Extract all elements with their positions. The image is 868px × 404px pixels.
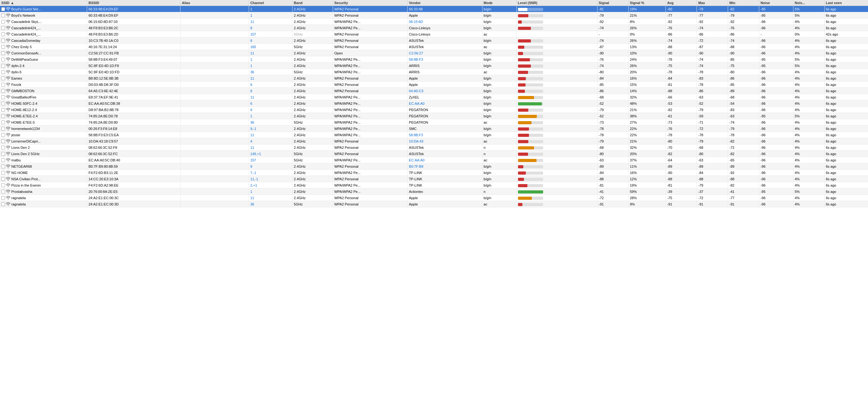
row-checkbox[interactable] [1,120,5,124]
row-checkbox[interactable] [1,114,5,118]
table-row[interactable]: dylin-5 5C:8F:E0:4D:1D:FD365GHzWPA/WPA2 … [0,69,868,75]
row-checkbox[interactable] [1,64,5,68]
col-header-avg[interactable]: Avg [666,0,697,6]
row-checkbox[interactable] [1,32,5,36]
cell-security: WPA/WPA2 Pe... [333,100,407,107]
table-row[interactable]: homenetwork1234 00:26:F3:F8:14:E89,-12.4… [0,125,868,132]
row-checkbox[interactable] [1,95,5,99]
table-row[interactable]: Eames B8:8D:12:5E:8B:3B112.4GHzWPA2 Pers… [0,75,868,82]
table-row[interactable]: GMMBOSTON 64:A5:C3:6E:42:4E62.4GHzWPA2 P… [0,88,868,94]
col-header-signalpct[interactable]: Signal % [628,0,666,6]
table-row[interactable]: NETGEAR68 B0:7F:B9:80:8B:5992.4GHzWPA2 P… [0,163,868,170]
row-checkbox[interactable] [1,202,5,206]
row-checkbox[interactable] [1,171,5,175]
row-checkbox[interactable] [1,39,5,42]
cell-alias [181,75,249,82]
cell-level [517,69,597,75]
col-header-channel[interactable]: Channel [249,0,292,6]
cell-noisepct: 4% [793,170,824,176]
row-checkbox[interactable] [1,108,5,112]
table-row[interactable]: Boyd's Guest Net... 66:33:4B:E4:D9:EF12.… [0,6,868,12]
row-checkbox[interactable] [1,83,5,87]
cell-alias [181,19,249,25]
row-checkbox[interactable] [1,165,5,168]
cell-signalpct: 48% [628,100,666,107]
table-row[interactable]: Pizza in the Evenin F4:F2:6D:A2:98:EE2,+… [0,182,868,189]
row-checkbox[interactable] [1,20,5,24]
table-row[interactable]: HOME-E7EE-2.4 74:85:2A:8E:D0:7812.4GHzWP… [0,113,868,119]
row-checkbox[interactable] [1,13,5,17]
table-row[interactable]: LernernerDiCapri... 10:DA:43:18:C9:5742.… [0,138,868,144]
signal-bar [518,153,543,156]
table-row[interactable]: ragnatela 24:A2:E1:EC:00:3C112.4GHzWPA2 … [0,195,868,201]
table-row[interactable]: Boyd's Network 60:33:4B:E4:D9:EF12.4GHzW… [0,12,868,19]
row-checkbox[interactable] [1,58,5,61]
cell-avg: -81 [666,182,697,189]
row-checkbox[interactable] [1,177,5,181]
cell-max: -72 [697,125,728,132]
row-checkbox[interactable] [1,158,5,162]
channel-value: 6 [250,83,252,87]
signal-bar-fill [518,14,529,17]
col-header-band[interactable]: Band [292,0,333,6]
row-checkbox[interactable] [1,146,5,149]
row-checkbox[interactable] [1,139,5,143]
cell-max: -59 [697,113,728,119]
col-header-min[interactable]: Min [728,0,759,6]
cell-level [517,56,597,63]
cell-alias [181,132,249,138]
table-row[interactable]: Lions Den 2 08:62:66:3C:52:F8112.4GHzWPA… [0,144,868,151]
table-row[interactable]: ragnatela 24:A2:E1:EC:00:3D365GHzWPA2 Pe… [0,201,868,207]
row-checkbox[interactable] [1,190,5,194]
table-row[interactable]: malbu EC:AA:A0:5C:DB:401575GHzWPA/WPA2 P… [0,157,868,163]
row-checkbox[interactable] [1,152,5,156]
table-row[interactable]: Chez Emily 5 40:16:7E:31:14:241655GHzWPA… [0,44,868,50]
row-checkbox[interactable] [1,26,5,30]
row-checkbox[interactable] [1,70,5,74]
row-checkbox[interactable] [1,127,5,131]
col-header-level[interactable]: Level (SNR) [517,0,597,6]
row-checkbox[interactable] [1,7,5,11]
cell-alias [181,25,249,31]
row-checkbox[interactable] [1,51,5,55]
row-checkbox[interactable] [1,133,5,137]
table-row[interactable]: Lions Den 2 5GHz 08:62:66:3C:52:FC149,+1… [0,151,868,157]
row-checkbox[interactable] [1,102,5,106]
col-header-lastseen[interactable]: Last seen [824,0,868,6]
table-row[interactable]: Fezzik D0:03:4B:D8:3F:D062.4GHzWPA2 Pers… [0,82,868,88]
table-row[interactable]: Cascadelink424_... 48:F8:B3:E3:B6:2D1575… [0,31,868,37]
table-row[interactable]: DeWittParaGuice 58:8B:F3:E4:49:0712.4GHz… [0,56,868,63]
table-row[interactable]: CommonSenseAi... C2:56:27:CC:91:FB112.4G… [0,50,868,56]
col-header-vendor[interactable]: Vendor [408,0,482,6]
table-row[interactable]: NG HOME F4:F2:6D:B3:11:2E7,-12.4GHzWPA/W… [0,170,868,176]
cell-security: WPA/WPA2 Pe... [333,113,407,119]
table-row[interactable]: HOME-50FC-2.4 EC:AA:A0:5C:DB:3862.4GHzWP… [0,100,868,107]
cell-min: -80 [728,69,759,75]
col-header-security[interactable]: Security [333,0,407,6]
table-row[interactable]: NSA Civilian Prot... 14:CC:20:E3:10:3A11… [0,176,868,182]
row-checkbox[interactable] [1,89,5,93]
col-header-alias[interactable]: Alias [181,0,249,6]
col-header-bssid[interactable]: BSSID [87,0,181,6]
table-row[interactable]: jessie 58:8B:F3:E3:C5:EA112.4GHzWPA/WPA2… [0,132,868,138]
row-checkbox[interactable] [1,77,5,80]
wifi-icon [6,183,10,187]
col-header-max[interactable]: Max [697,0,728,6]
table-row[interactable]: Cascadelink SkyL... 06:15:6D:8D:87:33112… [0,19,868,25]
col-header-noisepct[interactable]: Nois... [793,0,824,6]
table-row[interactable]: HOME-8E12-2.4 D8:97:BA:B2:8B:7862.4GHzWP… [0,107,868,113]
row-checkbox[interactable] [1,45,5,49]
cell-security: WPA/WPA2 Pe... [333,56,407,63]
table-row[interactable]: HOME-E7EE-5 74:85:2A:8E:D0:80365GHzWPA/W… [0,119,868,125]
col-header-ssid[interactable]: SSID ▲ [0,0,87,6]
col-header-noise[interactable]: Noise [759,0,794,6]
table-row[interactable]: GreatBallsofFire E8:37:7A:EF:9E:41112.4G… [0,94,868,100]
col-header-signal[interactable]: Signal [597,0,628,6]
row-checkbox[interactable] [1,196,5,200]
table-row[interactable]: dylin-2.4 5C:8F:E0:4D:1D:F812.4GHzWPA/WP… [0,63,868,69]
table-row[interactable]: Cascadelink424_... 48:F8:B3:E3:B6:2C82.4… [0,25,868,31]
col-header-mode[interactable]: Mode [482,0,517,6]
row-checkbox[interactable] [1,183,5,187]
table-row[interactable]: Prostakvasha 20:76:00:8A:2E:E512.4GHzWPA… [0,189,868,195]
table-row[interactable]: CascadiaSomeday 10:C3:7B:40:1A:C062.4GHz… [0,37,868,44]
